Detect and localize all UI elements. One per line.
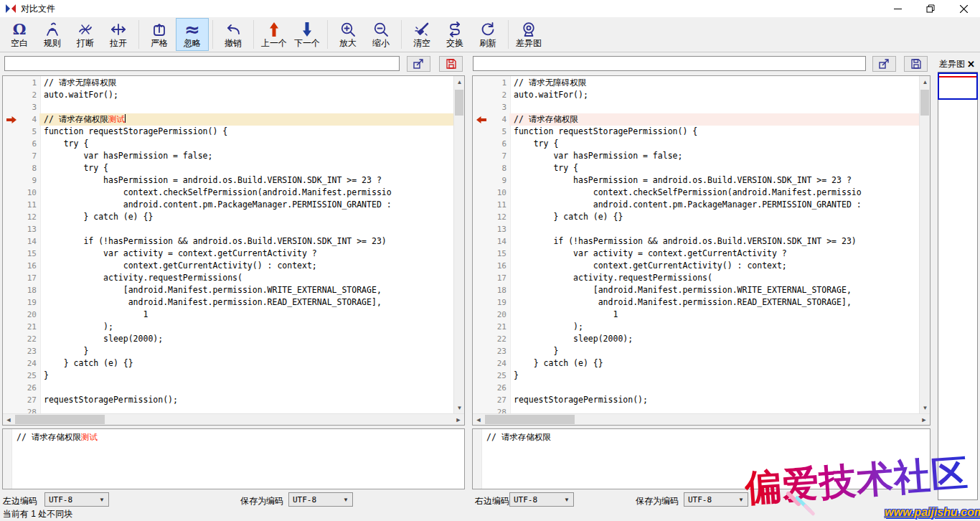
scroll-up-icon[interactable]: ▲: [454, 76, 465, 88]
code-text: try {: [39, 138, 453, 150]
right-open-file-button[interactable]: [872, 56, 896, 72]
scroll-left-icon[interactable]: ◄: [473, 414, 484, 425]
save-icon: [910, 58, 922, 70]
toolbar-separator: [212, 20, 213, 49]
code-line: 1// 请求无障碍权限: [3, 77, 453, 89]
code-line: 10 context.checkSelfPermission(android.M…: [3, 187, 453, 199]
scrollbar-thumb[interactable]: [15, 415, 105, 424]
code-line: 6 try {: [473, 138, 919, 150]
code-text: var activity = context.getCurrentActivit…: [509, 248, 919, 260]
right-encoding-select[interactable]: UTF-8 ▼: [509, 492, 574, 507]
left-encoding-select[interactable]: UTF-8 ▼: [44, 492, 109, 507]
code-line: 2auto.waitFor();: [3, 89, 453, 101]
scroll-left-icon[interactable]: ◄: [3, 414, 14, 425]
line-marker-margin: [3, 260, 20, 272]
toolbar-button-refresh[interactable]: 刷新: [471, 18, 504, 51]
toolbar-button-undo[interactable]: 撤销: [217, 18, 250, 51]
code-line: 14 if (!hasPermission && android.os.Buil…: [473, 235, 919, 248]
line-marker-margin: [473, 211, 490, 223]
chevron-down-icon: ▼: [564, 497, 570, 503]
left-save-button[interactable]: [439, 56, 463, 72]
left-horizontal-scrollbar[interactable]: ◄ ►: [3, 413, 464, 425]
toolbar-button-zoom-in[interactable]: 放大: [331, 18, 364, 51]
left-vertical-scrollbar[interactable]: ▲ ▼: [453, 76, 464, 413]
right-horizontal-scrollbar[interactable]: ◄ ►: [473, 413, 930, 425]
merge-to-right-arrow-icon[interactable]: [3, 113, 20, 126]
left-encoding-label: 左边编码: [3, 495, 37, 507]
code-text: requestStoragePermission();: [39, 394, 453, 406]
right-save-button[interactable]: [904, 56, 928, 72]
left-code-editor[interactable]: 1// 请求无障碍权限2auto.waitFor();34// 请求存储权限测试…: [2, 75, 465, 426]
line-marker-margin: [3, 284, 20, 296]
right-file-path-input[interactable]: [473, 56, 866, 71]
line-marker-margin: [473, 126, 490, 138]
diff-map-close-icon[interactable]: ✕: [967, 59, 975, 70]
title-bar: 对比文件: [0, 0, 980, 17]
scroll-down-icon[interactable]: ▼: [454, 402, 465, 413]
code-line: 9 hasPermission = android.os.Build.VERSI…: [3, 174, 453, 187]
code-line: 4// 请求存储权限测试: [3, 113, 453, 126]
toolbar-button-strict[interactable]: 严格: [143, 18, 176, 51]
code-text: activity.requestPermissions(: [39, 272, 453, 284]
line-number: 21: [490, 321, 509, 333]
line-marker-margin: [3, 321, 20, 333]
code-text: // 请求无障碍权限: [39, 77, 453, 89]
preview-gutter: [473, 429, 482, 489]
scroll-right-icon[interactable]: ►: [453, 414, 464, 425]
toolbar-button-label: 严格: [151, 39, 168, 48]
left-save-encoding-value: UTF-8: [293, 495, 316, 504]
diff-overview-map[interactable]: [938, 72, 978, 500]
merge-to-left-arrow-icon[interactable]: [473, 113, 490, 126]
code-line: 3: [3, 101, 453, 113]
minimize-button[interactable]: [881, 0, 914, 17]
code-text: android.Manifest.permission.READ_EXTERNA…: [39, 296, 453, 309]
zoom-out-icon: [372, 21, 390, 38]
toolbar-button-stretch[interactable]: 拉开: [102, 18, 135, 51]
save-icon: [446, 58, 457, 70]
right-vertical-scrollbar[interactable]: ▲ ▼: [919, 76, 930, 413]
scroll-up-icon[interactable]: ▲: [920, 76, 930, 88]
maximize-restore-button[interactable]: [914, 0, 947, 17]
toolbar-button-ignore[interactable]: ≈忽略: [176, 18, 209, 51]
line-number: 19: [490, 296, 509, 309]
code-line: 7 var hasPermission = false;: [3, 150, 453, 162]
code-text: context.getCurrentActivity() : context;: [509, 260, 919, 272]
toolbar-button-break[interactable]: 打断: [69, 18, 102, 51]
left-save-encoding-select[interactable]: UTF-8 ▼: [288, 492, 353, 507]
line-number: 22: [490, 333, 509, 345]
toolbar-button-clear[interactable]: 清空: [405, 18, 438, 51]
toolbar-button-rules[interactable]: 规则: [36, 18, 69, 51]
diff-map-viewport[interactable]: [938, 72, 978, 100]
line-number: 23: [20, 345, 39, 357]
left-open-file-button[interactable]: [407, 56, 430, 72]
right-save-encoding-select[interactable]: UTF-8 ▼: [684, 492, 748, 507]
line-number: 4: [20, 113, 39, 126]
code-text: [509, 223, 919, 235]
toolbar-button-blank[interactable]: Ω空白: [3, 18, 36, 51]
code-line: 15 var activity = context.getCurrentActi…: [473, 248, 919, 260]
line-number: 7: [490, 150, 509, 162]
right-code-editor[interactable]: 1// 请求无障碍权限2auto.waitFor();34// 请求存储权限5f…: [472, 75, 930, 426]
scroll-right-icon[interactable]: ►: [918, 414, 930, 425]
line-number: 25: [490, 370, 509, 382]
scrollbar-thumb[interactable]: [485, 415, 575, 424]
scroll-down-icon[interactable]: ▼: [920, 402, 930, 413]
toolbar-button-zoom-out[interactable]: 缩小: [364, 18, 397, 51]
toolbar-button-previous[interactable]: 上一个: [258, 18, 291, 51]
app-icon: [5, 4, 17, 14]
toolbar-button-next[interactable]: 下一个: [291, 18, 324, 51]
line-marker-margin: [3, 138, 20, 150]
line-number: 2: [490, 89, 509, 101]
scrollbar-thumb[interactable]: [920, 90, 929, 116]
close-button[interactable]: [947, 0, 980, 17]
toolbar-button-diff-map[interactable]: 差异图: [512, 18, 545, 51]
code-text: hasPermission = android.os.Build.VERSION…: [509, 174, 919, 187]
toolbar-button-swap[interactable]: 交换: [438, 18, 471, 51]
code-line: 19 android.Manifest.permission.READ_EXTE…: [473, 296, 919, 309]
left-file-path-input[interactable]: [4, 56, 400, 71]
line-marker-margin: [473, 187, 490, 199]
line-marker-margin: [3, 248, 20, 260]
scrollbar-thumb[interactable]: [455, 90, 463, 116]
code-line: 8 try {: [473, 162, 919, 174]
code-text: }: [509, 370, 919, 382]
